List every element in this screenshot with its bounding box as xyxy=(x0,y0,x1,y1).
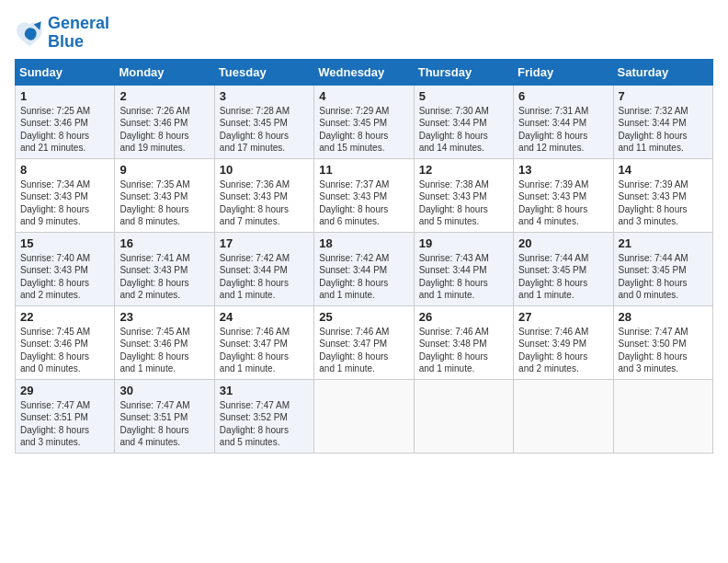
day-number: 9 xyxy=(119,163,209,177)
cell-info: Sunrise: 7:47 AMSunset: 3:51 PMDaylight:… xyxy=(119,399,209,449)
calendar-cell xyxy=(414,379,513,453)
calendar-table: SundayMondayTuesdayWednesdayThursdayFrid… xyxy=(15,59,713,454)
header-sunday: Sunday xyxy=(16,59,115,85)
day-number: 24 xyxy=(220,310,309,324)
calendar-week-5: 29Sunrise: 7:47 AMSunset: 3:51 PMDayligh… xyxy=(16,379,713,453)
calendar-cell: 28Sunrise: 7:47 AMSunset: 3:50 PMDayligh… xyxy=(613,305,712,379)
day-number: 18 xyxy=(319,236,408,250)
calendar-cell: 15Sunrise: 7:40 AMSunset: 3:43 PMDayligh… xyxy=(16,232,115,305)
day-number: 30 xyxy=(119,384,209,397)
cell-info: Sunrise: 7:35 AMSunset: 3:43 PMDaylight:… xyxy=(119,178,209,228)
cell-info: Sunrise: 7:45 AMSunset: 3:46 PMDaylight:… xyxy=(20,326,109,375)
day-number: 1 xyxy=(20,89,109,103)
day-number: 3 xyxy=(220,89,309,103)
cell-info: Sunrise: 7:39 AMSunset: 3:43 PMDaylight:… xyxy=(518,178,608,228)
cell-info: Sunrise: 7:29 AMSunset: 3:45 PMDaylight:… xyxy=(319,105,408,155)
calendar-cell: 7Sunrise: 7:32 AMSunset: 3:44 PMDaylight… xyxy=(613,85,712,158)
logo-text: General Blue xyxy=(48,15,109,52)
cell-info: Sunrise: 7:44 AMSunset: 3:45 PMDaylight:… xyxy=(619,252,708,302)
day-number: 28 xyxy=(619,310,708,324)
logo-icon xyxy=(15,18,44,48)
header-wednesday: Wednesday xyxy=(314,59,414,85)
cell-info: Sunrise: 7:46 AMSunset: 3:49 PMDaylight:… xyxy=(518,326,608,375)
day-number: 12 xyxy=(419,163,508,177)
cell-info: Sunrise: 7:40 AMSunset: 3:43 PMDaylight:… xyxy=(20,252,109,302)
cell-info: Sunrise: 7:36 AMSunset: 3:43 PMDaylight:… xyxy=(220,178,309,228)
cell-info: Sunrise: 7:46 AMSunset: 3:48 PMDaylight:… xyxy=(419,326,508,375)
cell-info: Sunrise: 7:43 AMSunset: 3:44 PMDaylight:… xyxy=(419,252,508,302)
day-number: 2 xyxy=(119,89,209,103)
calendar-cell: 23Sunrise: 7:45 AMSunset: 3:46 PMDayligh… xyxy=(115,305,214,379)
calendar-cell: 22Sunrise: 7:45 AMSunset: 3:46 PMDayligh… xyxy=(16,305,115,379)
cell-info: Sunrise: 7:32 AMSunset: 3:44 PMDaylight:… xyxy=(619,105,708,155)
calendar-cell xyxy=(514,379,613,453)
calendar-cell: 12Sunrise: 7:38 AMSunset: 3:43 PMDayligh… xyxy=(414,158,513,232)
day-number: 22 xyxy=(20,310,109,324)
calendar-cell: 29Sunrise: 7:47 AMSunset: 3:51 PMDayligh… xyxy=(16,379,115,453)
calendar-cell: 2Sunrise: 7:26 AMSunset: 3:46 PMDaylight… xyxy=(115,85,214,158)
cell-info: Sunrise: 7:45 AMSunset: 3:46 PMDaylight:… xyxy=(119,326,209,375)
cell-info: Sunrise: 7:26 AMSunset: 3:46 PMDaylight:… xyxy=(119,105,209,155)
day-number: 4 xyxy=(319,89,408,103)
calendar-cell: 6Sunrise: 7:31 AMSunset: 3:44 PMDaylight… xyxy=(514,85,613,158)
calendar-cell: 27Sunrise: 7:46 AMSunset: 3:49 PMDayligh… xyxy=(514,305,613,379)
cell-info: Sunrise: 7:37 AMSunset: 3:43 PMDaylight:… xyxy=(319,178,408,228)
cell-info: Sunrise: 7:47 AMSunset: 3:50 PMDaylight:… xyxy=(619,326,708,375)
calendar-cell: 26Sunrise: 7:46 AMSunset: 3:48 PMDayligh… xyxy=(414,305,513,379)
day-number: 16 xyxy=(119,236,209,250)
cell-info: Sunrise: 7:41 AMSunset: 3:43 PMDaylight:… xyxy=(119,252,209,302)
day-number: 7 xyxy=(619,89,708,103)
header-friday: Friday xyxy=(514,59,613,85)
day-number: 29 xyxy=(20,384,109,397)
header-saturday: Saturday xyxy=(613,59,712,85)
cell-info: Sunrise: 7:46 AMSunset: 3:47 PMDaylight:… xyxy=(220,326,309,375)
cell-info: Sunrise: 7:38 AMSunset: 3:43 PMDaylight:… xyxy=(419,178,508,228)
calendar-cell xyxy=(613,379,712,453)
header-thursday: Thursday xyxy=(414,59,513,85)
header-tuesday: Tuesday xyxy=(214,59,313,85)
day-number: 14 xyxy=(619,163,708,177)
cell-info: Sunrise: 7:25 AMSunset: 3:46 PMDaylight:… xyxy=(20,105,109,155)
cell-info: Sunrise: 7:34 AMSunset: 3:43 PMDaylight:… xyxy=(20,178,109,228)
calendar-cell: 30Sunrise: 7:47 AMSunset: 3:51 PMDayligh… xyxy=(115,379,214,453)
calendar-week-4: 22Sunrise: 7:45 AMSunset: 3:46 PMDayligh… xyxy=(16,305,713,379)
calendar-cell: 14Sunrise: 7:39 AMSunset: 3:43 PMDayligh… xyxy=(613,158,712,232)
day-number: 26 xyxy=(419,310,508,324)
calendar-cell: 5Sunrise: 7:30 AMSunset: 3:44 PMDaylight… xyxy=(414,85,513,158)
calendar-cell: 24Sunrise: 7:46 AMSunset: 3:47 PMDayligh… xyxy=(214,305,313,379)
day-number: 15 xyxy=(20,236,109,250)
cell-info: Sunrise: 7:42 AMSunset: 3:44 PMDaylight:… xyxy=(220,252,309,302)
calendar-cell: 19Sunrise: 7:43 AMSunset: 3:44 PMDayligh… xyxy=(414,232,513,305)
day-number: 25 xyxy=(319,310,408,324)
day-number: 10 xyxy=(220,163,309,177)
calendar-cell: 10Sunrise: 7:36 AMSunset: 3:43 PMDayligh… xyxy=(214,158,313,232)
calendar-cell: 3Sunrise: 7:28 AMSunset: 3:45 PMDaylight… xyxy=(214,85,313,158)
calendar-cell: 25Sunrise: 7:46 AMSunset: 3:47 PMDayligh… xyxy=(314,305,414,379)
calendar-cell xyxy=(314,379,414,453)
day-number: 11 xyxy=(319,163,408,177)
calendar-cell: 31Sunrise: 7:47 AMSunset: 3:52 PMDayligh… xyxy=(214,379,313,453)
calendar-cell: 8Sunrise: 7:34 AMSunset: 3:43 PMDaylight… xyxy=(16,158,115,232)
cell-info: Sunrise: 7:39 AMSunset: 3:43 PMDaylight:… xyxy=(619,178,708,228)
logo: General Blue xyxy=(15,15,109,52)
cell-info: Sunrise: 7:31 AMSunset: 3:44 PMDaylight:… xyxy=(518,105,608,155)
page-header: General Blue xyxy=(15,15,713,52)
calendar-week-1: 1Sunrise: 7:25 AMSunset: 3:46 PMDaylight… xyxy=(16,85,713,158)
header-monday: Monday xyxy=(115,59,214,85)
calendar-cell: 17Sunrise: 7:42 AMSunset: 3:44 PMDayligh… xyxy=(214,232,313,305)
calendar-week-2: 8Sunrise: 7:34 AMSunset: 3:43 PMDaylight… xyxy=(16,158,713,232)
calendar-cell: 18Sunrise: 7:42 AMSunset: 3:44 PMDayligh… xyxy=(314,232,414,305)
cell-info: Sunrise: 7:42 AMSunset: 3:44 PMDaylight:… xyxy=(319,252,408,302)
calendar-cell: 1Sunrise: 7:25 AMSunset: 3:46 PMDaylight… xyxy=(16,85,115,158)
day-number: 21 xyxy=(619,236,708,250)
calendar-cell: 21Sunrise: 7:44 AMSunset: 3:45 PMDayligh… xyxy=(613,232,712,305)
calendar-cell: 20Sunrise: 7:44 AMSunset: 3:45 PMDayligh… xyxy=(514,232,613,305)
cell-info: Sunrise: 7:28 AMSunset: 3:45 PMDaylight:… xyxy=(220,105,309,155)
day-number: 20 xyxy=(518,236,608,250)
calendar-cell: 9Sunrise: 7:35 AMSunset: 3:43 PMDaylight… xyxy=(115,158,214,232)
day-number: 31 xyxy=(220,384,309,397)
day-number: 5 xyxy=(419,89,508,103)
day-number: 27 xyxy=(518,310,608,324)
day-number: 23 xyxy=(119,310,209,324)
day-number: 13 xyxy=(518,163,608,177)
